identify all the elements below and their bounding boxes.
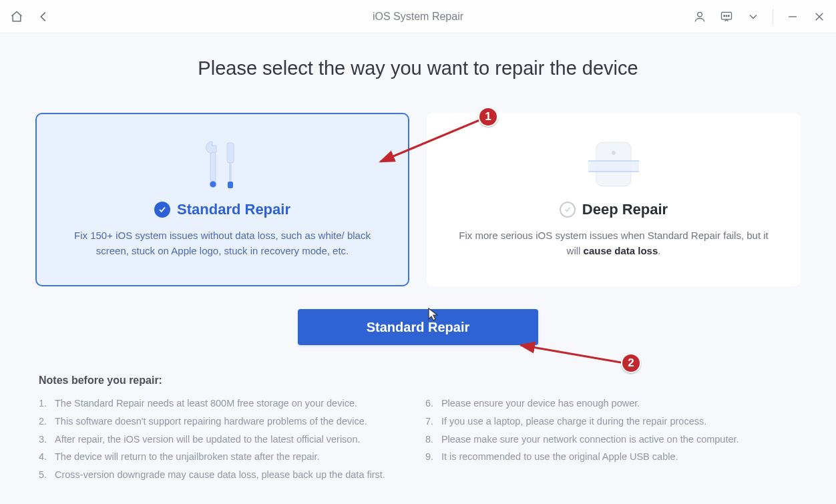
annotation-arrow-1 <box>374 115 491 168</box>
annotation-arrow-2 <box>514 337 628 367</box>
notes-item-number: 5. <box>39 466 48 484</box>
notes-item-number: 8. <box>425 431 435 449</box>
annotation-badge-2: 2 <box>621 353 641 373</box>
notes-item-number: 6. <box>425 395 435 413</box>
deep-desc-bold: cause data loss <box>584 245 658 256</box>
notes-item-text: The Standard Repair needs at least 800M … <box>55 395 357 413</box>
cursor-icon <box>427 307 439 324</box>
notes-item-text: After repair, the iOS version will be up… <box>55 431 361 449</box>
check-icon <box>154 202 170 218</box>
standard-repair-card[interactable]: Standard Repair Fix 150+ iOS system issu… <box>35 113 409 286</box>
notes-item: 4.The device will return to the unjailbr… <box>39 448 385 466</box>
svg-point-9 <box>210 181 216 188</box>
notes-item: 3.After repair, the iOS version will be … <box>39 431 385 449</box>
notes-item-text: Please make sure your network connection… <box>441 431 739 449</box>
notes-left: 1.The Standard Repair needs at least 800… <box>39 395 385 484</box>
svg-line-18 <box>381 120 479 162</box>
svg-rect-11 <box>229 163 232 182</box>
notes-item: 7.If you use a laptop, please charge it … <box>425 413 739 431</box>
standard-repair-button[interactable]: Standard Repair <box>298 309 538 345</box>
svg-rect-10 <box>227 143 234 163</box>
svg-rect-14 <box>588 161 639 172</box>
device-scan-icon <box>582 133 646 197</box>
notes-item: 6.Please ensure your device has enough p… <box>425 395 739 413</box>
notes-item: 9.It is recommended to use the original … <box>425 448 739 466</box>
deep-repair-title: Deep Repair <box>582 201 668 218</box>
notes-right: 6.Please ensure your device has enough p… <box>425 395 739 484</box>
notes-item-text: Please ensure your device has enough pow… <box>441 395 640 413</box>
svg-line-19 <box>521 345 621 362</box>
svg-point-15 <box>612 151 616 155</box>
deep-repair-desc: Fix more serious iOS system issues when … <box>457 228 771 259</box>
svg-rect-12 <box>228 182 233 188</box>
notes-item-number: 3. <box>39 431 48 449</box>
notes-item-number: 7. <box>425 413 435 431</box>
titlebar: iOS System Repair <box>0 0 836 33</box>
notes-item-number: 4. <box>39 448 48 466</box>
annotation-badge-1: 1 <box>478 107 498 127</box>
deep-desc-suffix: . <box>658 245 660 256</box>
window-title: iOS System Repair <box>0 11 836 23</box>
deep-repair-title-row: Deep Repair <box>560 201 668 218</box>
notes-item-number: 2. <box>39 413 48 431</box>
notes-item: 1.The Standard Repair needs at least 800… <box>39 395 385 413</box>
notes-section: Notes before you repair: 1.The Standard … <box>27 374 809 484</box>
notes-item: 2.This software doesn't support repairin… <box>39 413 385 431</box>
notes-item-text: If you use a laptop, please charge it du… <box>441 413 706 431</box>
notes-item: 5.Cross-version downgrade may cause data… <box>39 466 385 484</box>
notes-title: Notes before you repair: <box>39 374 797 387</box>
check-icon <box>560 202 576 218</box>
notes-item-text: Cross-version downgrade may cause data l… <box>55 466 385 484</box>
notes-item: 8.Please make sure your network connecti… <box>425 431 739 449</box>
notes-item-number: 9. <box>425 448 435 466</box>
standard-repair-title-row: Standard Repair <box>154 201 290 218</box>
standard-repair-desc: Fix 150+ iOS system issues without data … <box>65 228 379 259</box>
standard-repair-title: Standard Repair <box>177 201 290 218</box>
content: Please select the way you want to repair… <box>0 33 836 484</box>
notes-item-text: It is recommended to use the original Ap… <box>441 448 678 466</box>
notes-columns: 1.The Standard Repair needs at least 800… <box>39 395 797 484</box>
notes-item-text: This software doesn't support repairing … <box>55 413 367 431</box>
svg-rect-8 <box>210 152 216 183</box>
notes-item-text: The device will return to the unjailbrok… <box>55 448 320 466</box>
notes-item-number: 1. <box>39 395 48 413</box>
page-title: Please select the way you want to repair… <box>27 57 809 79</box>
tools-icon <box>199 133 246 197</box>
